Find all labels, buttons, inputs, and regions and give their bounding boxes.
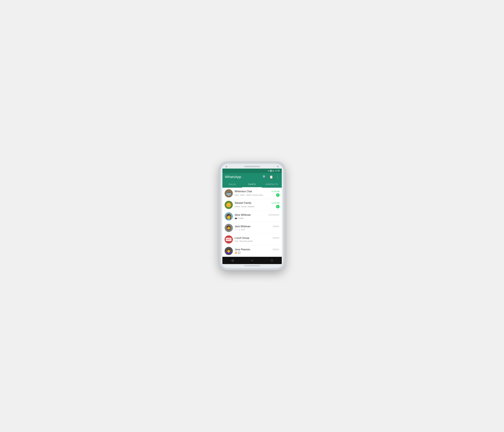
camera-preview-icon: 📷 [235,217,237,219]
avatar-jane [225,247,233,255]
app-title: WhatsApp [225,175,241,179]
double-check-icon: ✓✓ [235,229,238,231]
tab-contacts[interactable]: CONTACTS [262,181,282,187]
chat-item-lunch[interactable]: Lunch Group FRIDAY You: Sounds good! [222,234,282,245]
chat-name-jack: Jack Whitman [235,225,251,228]
chat-preview-stewart: Steve: Great, thanks! [235,205,276,208]
phone-screen: ▾▴ ▋ ▮ 11:50 WhatsApp 🔍 📋 ⋮ CALLS [222,169,282,264]
android-nav-bar: ◁ ○ □ [222,257,282,264]
chat-content-stewart: Stewart Family 11:39 AM Steve: Great, th… [235,202,279,208]
mic-preview-icon: 🎙 [239,229,240,231]
tab-bar: CALLS CHATS CONTACTS [222,181,282,188]
chat-content-jack: Jack Whitman FRIDAY ✓✓ 🎙 0:07 [235,225,279,231]
chat-item-stewart[interactable]: Stewart Family 11:39 AM Steve: Great, th… [222,199,282,211]
chat-time-alice: YESTERDAY [268,214,279,216]
chat-time-stewart: 11:39 AM [271,202,279,204]
phone-top-hardware [222,166,282,169]
avatar-jack [225,224,233,232]
avatar-whitmans [225,189,233,198]
chat-name-alice: Alice Whitman [235,214,251,216]
phone-bottom-hardware [222,264,282,266]
header-actions: 🔍 📋 ⋮ [262,175,279,179]
more-options-icon[interactable]: ⋮ [276,175,279,179]
chat-time-jack: FRIDAY [273,225,279,228]
unread-badge-stewart: 1 [276,205,279,208]
chat-item-alice[interactable]: Alice Whitman YESTERDAY 📷 Image [222,211,282,222]
tab-chats[interactable]: CHATS [242,181,262,187]
chat-content-lunch: Lunch Group FRIDAY You: Sounds good! [235,237,279,242]
nav-back-button[interactable]: ◁ [231,259,234,262]
chat-time-jane: FRIDAY [273,248,279,251]
chat-list: Whitmans Chat 11:45 AM Ned: Yeah, I thin… [222,188,282,257]
chat-preview-alice: 📷 Image [235,217,279,219]
chat-preview-lunch: You: Sounds good! [235,240,279,242]
chat-item-whitmans[interactable]: Whitmans Chat 11:45 AM Ned: Yeah, I thin… [222,188,282,199]
wifi-icon: ▾▴ [268,170,270,172]
chat-content-alice: Alice Whitman YESTERDAY 📷 Image [235,214,279,219]
earpiece-speaker [244,166,260,167]
chat-name-stewart: Stewart Family [235,202,252,204]
chat-name-whitmans: Whitmans Chat [235,190,252,193]
status-time: 11:50 [275,170,280,172]
chat-name-lunch: Lunch Group [235,237,249,239]
chat-content-jane: Jane Pearson FRIDAY 🔥 💬 [235,248,279,254]
unread-badge-whitmans: 3 [276,193,279,197]
chat-preview-jane: 🔥 💬 [235,252,279,254]
chat-preview-whitmans: Ned: Yeah, I think I know wha... [235,194,276,196]
avatar-alice [225,212,233,220]
avatar-lunch [225,235,233,243]
chat-item-jane[interactable]: Jane Pearson FRIDAY 🔥 💬 [222,245,282,257]
chat-content-whitmans: Whitmans Chat 11:45 AM Ned: Yeah, I thin… [235,190,279,197]
new-chat-icon[interactable]: 📋 [269,175,273,179]
front-camera [225,166,227,167]
chat-time-lunch: FRIDAY [273,237,279,239]
app-header: WhatsApp 🔍 📋 ⋮ [222,173,282,181]
nav-home-button[interactable]: ○ [252,259,253,262]
chat-time-whitmans: 11:45 AM [271,190,279,193]
bottom-speaker [244,265,260,266]
chat-preview-jack: ✓✓ 🎙 0:07 [235,228,279,231]
nav-recent-button[interactable]: □ [271,259,273,262]
front-sensor [277,166,279,167]
search-icon[interactable]: 🔍 [262,175,266,179]
status-bar: ▾▴ ▋ ▮ 11:50 [222,169,282,173]
phone-device: ▾▴ ▋ ▮ 11:50 WhatsApp 🔍 📋 ⋮ CALLS [219,162,285,270]
signal-icon: ▋ [270,170,272,172]
avatar-stewart [225,201,233,209]
chat-item-jack[interactable]: Jack Whitman FRIDAY ✓✓ 🎙 0:07 [222,222,282,234]
battery-icon: ▮ [273,170,274,172]
chat-name-jane: Jane Pearson [235,248,250,251]
tab-calls[interactable]: CALLS [222,181,242,187]
